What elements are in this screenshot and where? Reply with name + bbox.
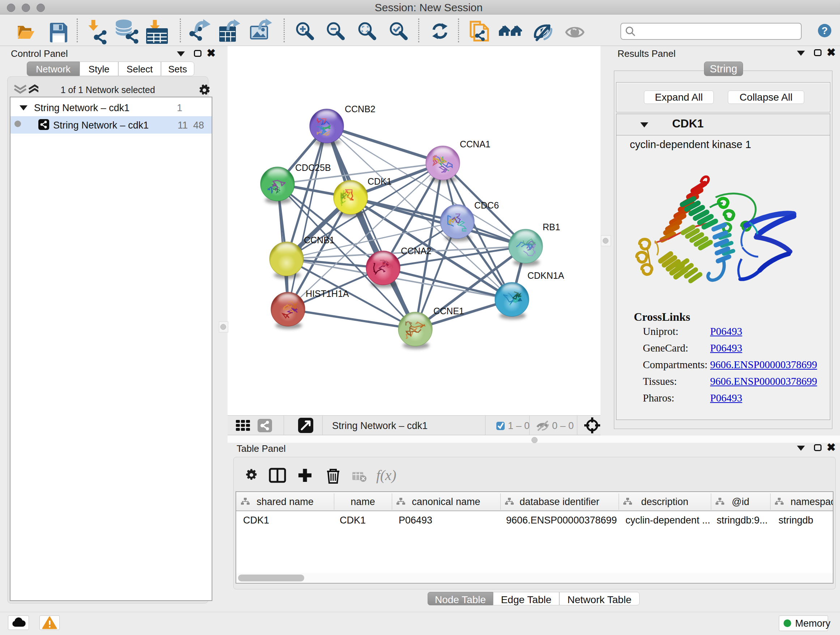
svg-text:CCNB1: CCNB1 [304, 235, 335, 245]
svg-text:CDC6: CDC6 [474, 200, 499, 211]
svg-text:RB1: RB1 [543, 222, 561, 232]
svg-text:f(x): f(x) [376, 467, 396, 483]
svg-text:CCNA2: CCNA2 [401, 246, 431, 256]
svg-text:CCNE1: CCNE1 [433, 306, 464, 316]
svg-text:HIST1H1A: HIST1H1A [306, 288, 349, 299]
svg-text:CCNB2: CCNB2 [345, 104, 376, 114]
svg-text:CDK1: CDK1 [368, 176, 392, 187]
svg-text:CDC25B: CDC25B [295, 163, 331, 173]
svg-text:CDKN1A: CDKN1A [527, 271, 564, 280]
svg-text:CCNA1: CCNA1 [460, 139, 491, 149]
